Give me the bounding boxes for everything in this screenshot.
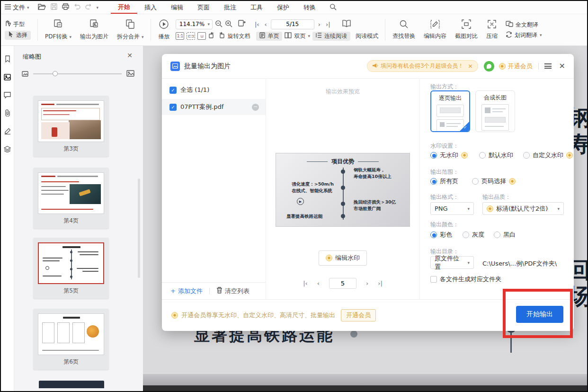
- edit-watermark-button[interactable]: 编辑水印: [319, 250, 367, 266]
- page-thumb-icon[interactable]: [238, 19, 246, 29]
- file-row[interactable]: ✓ 07PTT案例.pdf −: [162, 99, 266, 115]
- thumbnail-page-6[interactable]: 第6页: [33, 309, 109, 370]
- redo-icon[interactable]: [85, 4, 92, 11]
- split-merge-button[interactable]: 拆分合并▾: [113, 19, 148, 41]
- translate-word-button[interactable]: 划词翻译 ▾: [506, 31, 542, 39]
- tab-annotate[interactable]: 批注: [217, 1, 243, 14]
- tab-insert[interactable]: 插入: [137, 1, 164, 14]
- tab-tools[interactable]: 工具: [243, 1, 270, 14]
- thumbnail-scrollbar[interactable]: [138, 178, 140, 278]
- page-indicator-input[interactable]: [271, 19, 314, 29]
- tab-protect[interactable]: 保护: [270, 1, 296, 14]
- fit-page-icon[interactable]: ⊔: [197, 32, 206, 40]
- export-image-button[interactable]: 输出为图片: [76, 19, 113, 41]
- slider-track[interactable]: [33, 73, 122, 74]
- open-vip-link[interactable]: 开通会员: [499, 62, 533, 71]
- dialog-menu-icon[interactable]: [544, 63, 552, 69]
- prev-page-icon[interactable]: ‹: [263, 21, 268, 28]
- comments-panel-icon[interactable]: [4, 91, 11, 100]
- search-icon[interactable]: [330, 3, 337, 12]
- promo-banner[interactable]: 填问卷有机会得3个月超级会员！ ✕: [367, 60, 478, 72]
- compress-button[interactable]: 压缩: [482, 19, 502, 40]
- preview-last-icon[interactable]: ›|: [378, 280, 383, 287]
- range-all-radio[interactable]: 所有页: [430, 177, 458, 186]
- single-page-button[interactable]: 单页: [256, 32, 282, 41]
- select-all-checkbox[interactable]: ✓: [169, 87, 177, 94]
- first-page-icon[interactable]: |‹: [253, 21, 261, 28]
- zoom-input[interactable]: [178, 21, 205, 27]
- mode-per-page-card[interactable]: 逐页输出 ✓: [430, 90, 470, 132]
- play-button[interactable]: 播放: [154, 19, 174, 41]
- double-page-button[interactable]: 双页 ▾: [285, 32, 310, 40]
- last-page-icon[interactable]: ›|: [324, 21, 332, 28]
- mode-long-image-card[interactable]: 合成长图: [475, 90, 515, 132]
- fit-width-icon[interactable]: ⊏⊐: [187, 32, 195, 40]
- thumb-small-icon[interactable]: [22, 70, 28, 79]
- color-bw-radio[interactable]: 黑白: [494, 231, 516, 239]
- preview-next-icon[interactable]: ›: [366, 280, 368, 287]
- thumbnail-page-5-selected[interactable]: 第5页: [33, 238, 109, 299]
- watermark-none-radio[interactable]: 无水印: [430, 151, 468, 160]
- hand-tool-button[interactable]: 手型: [5, 20, 31, 28]
- attachments-panel-icon[interactable]: [5, 109, 10, 118]
- save-icon[interactable]: [51, 3, 57, 11]
- watermark-default-radio[interactable]: 默认水印: [479, 151, 513, 160]
- dialog-close-icon[interactable]: ✕: [559, 62, 565, 71]
- watermark-custom-radio[interactable]: 自定义水印: [523, 151, 573, 160]
- rotate-right-icon[interactable]: [218, 32, 225, 40]
- tab-home[interactable]: 开始: [111, 1, 137, 14]
- capture-compare-button[interactable]: 截图对比: [451, 19, 482, 40]
- add-file-button[interactable]: + 添加文件: [162, 287, 203, 295]
- file-menu[interactable]: 文件 ▾: [1, 3, 33, 12]
- bookmarks-panel-icon[interactable]: [4, 55, 11, 64]
- find-replace-button[interactable]: 查找替换: [388, 19, 419, 40]
- preview-first-icon[interactable]: |‹: [303, 280, 308, 287]
- select-tool-button[interactable]: 选择: [5, 31, 31, 40]
- per-file-folder-checkbox-row[interactable]: 各文件生成对应文件夹: [430, 275, 501, 284]
- range-pages-radio[interactable]: 页码选择: [472, 177, 516, 186]
- format-dropdown[interactable]: PNG ▾: [430, 202, 474, 215]
- qat-chevron-icon[interactable]: ▾: [97, 5, 99, 10]
- continuous-read-button[interactable]: 连续阅读: [312, 32, 350, 41]
- tab-edit[interactable]: 编辑: [164, 1, 190, 14]
- read-mode-button[interactable]: 阅读模式: [356, 32, 378, 40]
- tab-convert[interactable]: 转换: [296, 1, 323, 14]
- color-gray-radio[interactable]: 灰度: [463, 231, 484, 239]
- start-export-button[interactable]: 开始输出: [516, 306, 563, 323]
- footer-open-vip-button[interactable]: 开通会员: [341, 309, 376, 321]
- quality-dropdown[interactable]: 标清(默认尺寸2倍) ▾: [482, 202, 564, 215]
- signature-panel-icon[interactable]: [4, 127, 11, 136]
- directory-dropdown[interactable]: 原文件位置 ▾: [430, 256, 474, 269]
- tab-page[interactable]: 页面: [190, 1, 217, 14]
- slider-handle[interactable]: [53, 71, 58, 76]
- zoom-combo[interactable]: ▾: [176, 19, 213, 29]
- thumb-large-icon[interactable]: [126, 70, 134, 79]
- preview-prev-icon[interactable]: ‹: [317, 280, 320, 287]
- user-avatar[interactable]: [484, 61, 494, 71]
- thumbnail-panel-close-icon[interactable]: ✕: [127, 52, 133, 59]
- edit-content-button[interactable]: 编辑内容: [419, 19, 451, 40]
- per-file-folder-checkbox[interactable]: [430, 276, 437, 283]
- rotate-left-icon[interactable]: [208, 32, 215, 40]
- thumbnail-page-4[interactable]: 第4页: [33, 168, 109, 229]
- thumbnails-panel-icon[interactable]: [4, 73, 11, 82]
- undo-icon[interactable]: [74, 4, 80, 11]
- preview-page-input[interactable]: [329, 278, 356, 289]
- rotate-doc-button[interactable]: 旋转文档: [227, 32, 250, 40]
- pdf-convert-button[interactable]: PDF转换▾: [41, 19, 76, 41]
- remove-file-icon[interactable]: −: [252, 104, 259, 111]
- clear-list-button[interactable]: 清空列表: [216, 287, 249, 295]
- thumbnail-page-7-partial[interactable]: [39, 381, 104, 388]
- thumbnail-page-3[interactable]: 第3页: [33, 96, 109, 157]
- print-icon[interactable]: [62, 3, 69, 11]
- next-page-icon[interactable]: ›: [317, 21, 322, 28]
- promo-banner-close-icon[interactable]: ✕: [468, 63, 473, 70]
- open-file-icon[interactable]: [38, 3, 46, 11]
- select-all-row[interactable]: ✓ 全选 (1/1): [162, 79, 266, 99]
- zoom-out-icon[interactable]: [215, 20, 223, 29]
- translate-full-button[interactable]: 全文翻译: [506, 21, 538, 29]
- actual-size-icon[interactable]: 1:1: [176, 32, 184, 40]
- file-checkbox[interactable]: ✓: [169, 104, 177, 111]
- layers-panel-icon[interactable]: [4, 145, 11, 154]
- color-color-radio[interactable]: 彩色: [430, 231, 452, 239]
